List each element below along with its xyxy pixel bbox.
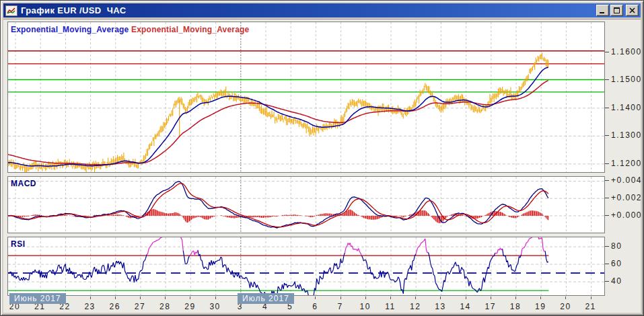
x-axis-tick: [215, 297, 216, 299]
price-chart-panel[interactable]: Exponential_Moving_Average Exponential_M…: [7, 22, 605, 173]
rsi-grid: [8, 237, 605, 296]
title-bar[interactable]: График EUR /USD ЧАС: [3, 3, 641, 17]
window-title: График EUR /USD ЧАС: [21, 5, 595, 15]
y-axis-tick: [605, 135, 609, 136]
rsi-line: [8, 237, 548, 296]
x-axis-tick: [140, 297, 141, 299]
month-badge: Июнь 2017: [9, 293, 66, 304]
x-axis-tick: [115, 297, 116, 299]
y-axis-label: +0.002: [611, 193, 642, 202]
y-axis-label: 1.1200: [611, 159, 642, 168]
x-axis-tick: [365, 297, 366, 299]
x-axis-tick: [390, 297, 391, 299]
x-axis-tick: [90, 297, 91, 299]
y-axis-label: +0.000: [611, 210, 642, 220]
rsi-canvas[interactable]: [8, 237, 605, 296]
macd-panel[interactable]: MACD: [7, 176, 605, 233]
y-axis-label: 1.1500: [611, 75, 642, 84]
macd-lines: [8, 182, 548, 228]
y-axis-label: 40: [611, 276, 622, 286]
y-axis-tick: [605, 52, 609, 52]
y-axis-tick: [605, 198, 609, 198]
rsi-label: RSI: [11, 239, 26, 249]
x-axis-tick: [565, 297, 566, 299]
y-axis-tick: [605, 79, 609, 80]
y-axis-label: +0.004: [611, 175, 642, 185]
price-chart-canvas[interactable]: [8, 22, 605, 173]
y-axis-tick: [605, 281, 609, 282]
y-axis-tick: [605, 180, 609, 181]
x-axis-date-label: 12: [410, 302, 421, 311]
y-axis-tick: [605, 163, 609, 164]
chart-app-icon: [5, 5, 17, 16]
x-axis-date-label: 10: [360, 302, 371, 311]
x-axis-tick: [415, 297, 416, 299]
macd-label: MACD: [11, 179, 36, 188]
x-axis-tick: [591, 297, 592, 299]
x-axis-tick: [315, 297, 316, 299]
x-axis-date-label: 27: [135, 302, 145, 311]
x-axis-date-label: 18: [510, 302, 521, 311]
minimize-button[interactable]: [596, 5, 609, 16]
x-axis-tick: [540, 297, 541, 299]
x-axis-date-label: 19: [535, 302, 546, 311]
y-axis-tick: [605, 264, 609, 264]
x-axis-tick: [440, 297, 441, 299]
y-axis-tick: [605, 108, 609, 108]
ema-fast-label: Exponential_Moving_Average: [11, 25, 129, 34]
chart-client-area: Exponential_Moving_Average Exponential_M…: [3, 19, 641, 313]
y-axis-label: 1.1300: [611, 130, 642, 140]
app-window: График EUR /USD ЧАС Exponential_Moving_A…: [0, 0, 644, 316]
x-axis-tick: [491, 297, 491, 299]
support-resistance-lines: [8, 51, 605, 92]
macd-grid: [8, 177, 605, 233]
month-badge: Июль 2017: [238, 293, 294, 304]
x-axis-date-label: 11: [385, 302, 395, 311]
close-button[interactable]: [626, 5, 639, 16]
x-axis-date-label: 6: [312, 302, 318, 311]
ema-slow-label: Exponential_Moving_Average: [131, 25, 249, 34]
x-axis-date-label: 7: [338, 302, 343, 311]
y-axis-label: 1.1600: [611, 47, 642, 56]
macd-canvas[interactable]: [8, 177, 605, 233]
x-axis-date-label: 17: [485, 302, 496, 311]
price-grid: [8, 22, 605, 173]
maximize-button[interactable]: [610, 5, 623, 16]
x-axis-date-label: 28: [159, 302, 170, 311]
x-axis-tick: [466, 297, 466, 299]
x-axis-date-label: 20: [560, 302, 571, 311]
x-axis-tick: [190, 297, 190, 299]
x-axis-date-label: 30: [209, 302, 220, 311]
x-axis-date-label: 26: [110, 302, 120, 311]
x-axis-date-label: 21: [585, 302, 596, 311]
x-axis-date-label: 23: [84, 302, 95, 311]
x-axis-tick: [515, 297, 516, 299]
rsi-panel[interactable]: RSI: [7, 237, 605, 296]
y-axis-label: 60: [611, 259, 622, 268]
x-axis-date-label: 13: [435, 302, 445, 311]
x-axis-tick: [165, 297, 166, 299]
y-axis-label: 1.1400: [611, 103, 642, 112]
y-axis-label: 80: [611, 241, 622, 251]
y-axis-tick: [605, 215, 609, 216]
x-axis-date-label: 29: [184, 302, 195, 311]
x-axis-date-label: 14: [460, 302, 470, 311]
ema-legend: Exponential_Moving_Average Exponential_M…: [11, 25, 249, 34]
y-axis-tick: [605, 246, 609, 247]
x-axis-tick: [341, 297, 341, 299]
